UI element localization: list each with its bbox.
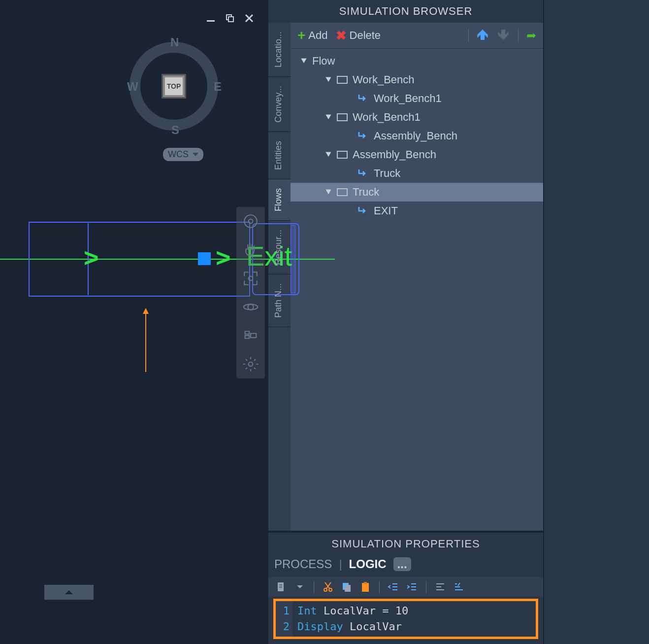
browser-toolbar: +Add ✖Delete 🡹 🡻 ➦ [291,23,543,49]
wcs-label: WCS [168,149,189,160]
logic-code-editor[interactable]: 1 2 Int LocalVar = 10 Display LocalVar [273,599,538,639]
navigation-toolbar [236,207,265,378]
move-up-button[interactable]: 🡹 [475,27,491,44]
expander-icon[interactable] [325,76,332,83]
copy-button[interactable] [340,580,354,594]
entity-marker[interactable] [198,252,211,265]
panel-collapse-handle[interactable] [44,585,94,600]
close-button[interactable] [243,12,255,24]
tree-node-exit-route[interactable]: EXIT [291,202,543,220]
expander-icon[interactable] [325,189,332,196]
zoom-extents-tool[interactable] [240,268,261,289]
wcs-dropdown[interactable]: WCS [163,148,203,161]
show-motion-tool[interactable] [240,325,261,346]
svg-rect-8 [245,332,250,335]
tree-node-work-bench1[interactable]: Work_Bench1 [291,108,543,127]
flow-arrow-icon [357,168,369,179]
tree-node-work-bench[interactable]: Work_Bench [291,70,543,89]
steering-wheel-tool[interactable] [240,211,261,232]
restore-button[interactable] [224,12,236,24]
svg-rect-0 [207,20,215,22]
settings-gear-icon[interactable] [240,354,261,374]
chevron-down-icon [193,153,198,156]
svg-point-16 [324,588,327,591]
compass-east[interactable]: E [214,80,222,94]
expander-icon[interactable] [300,58,307,65]
location-icon [337,113,348,121]
code-line: Int LocalVar = 10 [297,603,408,619]
comment-button[interactable] [452,580,466,594]
svg-point-5 [249,276,253,281]
dropdown-caret-icon[interactable] [293,580,307,594]
tree-node-work-bench1-route[interactable]: Work_Bench1 [291,89,543,108]
location-icon [337,188,348,196]
expander-icon[interactable] [325,114,332,121]
simulation-properties-title: SIMULATION PROPERTIES [268,533,543,555]
svg-point-11 [249,362,253,367]
svg-rect-13 [279,584,282,585]
move-down-button[interactable]: 🡻 [495,27,512,44]
tree-label: Truck [353,186,379,199]
flow-arrow-icon [357,205,369,217]
compass-north[interactable]: N [170,35,179,49]
tree-node-truck-route[interactable]: Truck [291,164,543,183]
tab-conveyors[interactable]: Convey... [268,77,291,132]
share-arrow-icon: ➦ [526,29,536,42]
svg-rect-12 [278,582,284,591]
tree-label: Assembly_Bench [353,148,436,161]
svg-rect-20 [362,583,369,592]
indent-button[interactable] [405,580,419,594]
direction-arrow-icon [145,313,146,372]
share-button[interactable]: ➦ [524,28,538,43]
location-icon [337,76,348,84]
add-button[interactable]: +Add [295,27,330,44]
view-compass[interactable]: TOP N S E W [122,34,226,138]
orbit-tool[interactable] [240,297,261,317]
delete-button[interactable]: ✖Delete [334,27,383,44]
tree-node-assembly-bench-route[interactable]: Assembly_Bench [291,127,543,145]
tree-node-assembly-bench[interactable]: Assembly_Bench [291,145,543,164]
flow-tree: Flow Work_Bench Work_Bench1 Work_ [291,49,543,531]
plus-icon: + [297,28,305,43]
paste-button[interactable] [358,580,372,594]
x-icon: ✖ [336,28,347,43]
arrow-up-icon: 🡹 [477,28,489,43]
compass-west[interactable]: W [127,80,138,94]
outdent-button[interactable] [387,580,400,594]
location-icon [337,151,348,159]
tab-logic[interactable]: LOGIC [349,557,387,571]
tab-resources[interactable]: Resour... [268,221,291,274]
tree-node-flow[interactable]: Flow [291,52,543,70]
expander-icon[interactable] [325,151,332,158]
tab-more-button[interactable]: ... [393,557,411,571]
tab-locations[interactable]: Locatio... [268,23,291,77]
svg-point-4 [249,219,253,224]
svg-point-3 [244,215,257,228]
tab-entities[interactable]: Entities [268,132,291,179]
tree-label: Truck [374,167,400,180]
tab-separator: | [339,557,342,571]
tab-path-networks[interactable]: Path N... [268,274,291,327]
compass-top-label[interactable]: TOP [165,77,183,95]
line-number: 2 [279,619,290,635]
minimize-button[interactable] [205,12,217,24]
svg-rect-2 [228,17,233,22]
viewport-3d[interactable]: TOP N S E W WCS > > Exit [0,0,267,644]
pan-tool[interactable] [240,239,261,260]
compass-south[interactable]: S [171,123,179,137]
cut-button[interactable] [321,580,335,594]
arrow-down-icon: 🡻 [497,28,510,43]
right-buffer-panel [543,0,649,644]
tab-process[interactable]: PROCESS [274,557,332,571]
document-button[interactable] [274,580,288,594]
tree-node-truck[interactable]: Truck [291,183,543,202]
format-button[interactable] [433,580,447,594]
svg-rect-15 [279,587,282,588]
svg-rect-21 [364,582,367,584]
svg-rect-9 [245,336,250,339]
tab-flows[interactable]: Flows [268,179,291,221]
flow-arrow-icon: > [84,243,98,272]
tree-label: EXIT [374,204,398,217]
tree-label: Assembly_Bench [374,130,457,142]
svg-rect-19 [345,585,351,592]
